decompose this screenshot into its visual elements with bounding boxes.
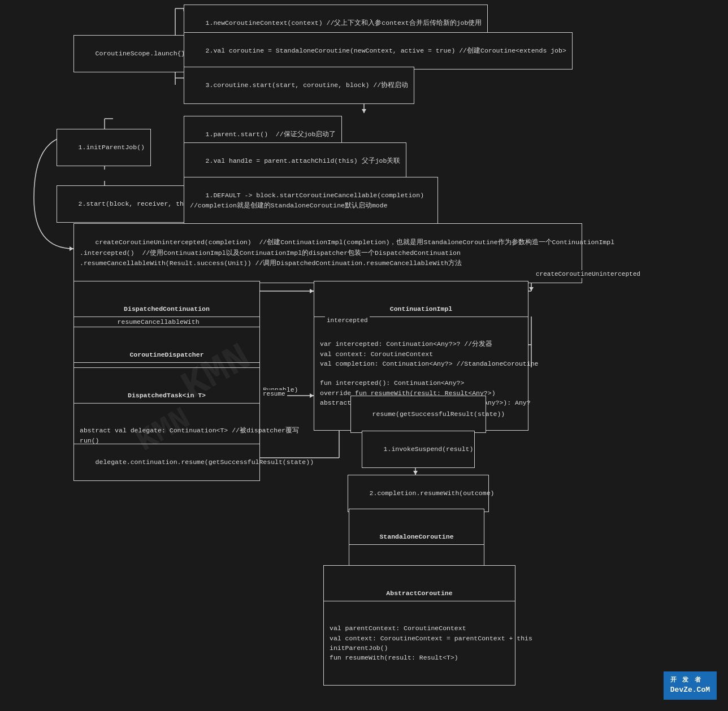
step2-box: 2.val coroutine = StandaloneCoroutine(ne… <box>184 32 573 70</box>
step1-text: 1.newCoroutineContext(context) //父上下文和入参… <box>206 19 482 27</box>
step3-box: 3.coroutine.start(start, coroutine, bloc… <box>184 67 414 104</box>
completion-resume-with-box: 2.completion.resumeWith(outcome) <box>348 475 489 512</box>
parent-start-text: 1.parent.start() //保证父job启动了 <box>206 131 336 138</box>
coroutinescope-label: CoroutineScope.launch{} <box>73 35 191 72</box>
svg-marker-52 <box>70 246 73 251</box>
step3-text: 3.coroutine.start(start, coroutine, bloc… <box>206 81 409 89</box>
svg-marker-33 <box>529 287 534 291</box>
default-block-box: 1.DEFAULT -> block.startCoroutineCancell… <box>184 177 438 224</box>
start-block-label: 2.start(block, receiver, this) <box>57 185 202 223</box>
devze-badge: 开 发 者 DevZe.CoM <box>664 671 717 700</box>
parent-attach-text: 2.val handle = parent.attachChild(this) … <box>206 157 401 164</box>
delegate-continuation-text: delegate.continuation.resume(getSuccessf… <box>96 458 314 466</box>
resume-get-successful-text: resume(getSuccessfulResult(state)) <box>372 410 505 418</box>
svg-marker-5 <box>362 109 366 113</box>
step2-text: 2.val coroutine = StandaloneCoroutine(ne… <box>206 47 566 54</box>
svg-marker-36 <box>310 393 314 398</box>
diagram-container: 1.newCoroutineContext(context) //父上下文和入参… <box>0 0 728 711</box>
devze-bottom: DevZe.CoM <box>670 685 710 695</box>
coroutine-dispatcher-header: CoroutineDispatcher <box>74 347 259 363</box>
abstract-coroutine-header: AbstractCoroutine <box>324 586 515 601</box>
svg-marker-42 <box>413 471 418 475</box>
dispatched-task-header: DispatchedTask<in T> <box>74 388 259 404</box>
default-block-text: 1.DEFAULT -> block.startCoroutineCancell… <box>190 192 424 209</box>
resume-label: resume <box>261 390 287 398</box>
create-coroutine-box: createCoroutineUnintercepted(completion)… <box>73 223 582 283</box>
intercepted-label: intercepted <box>325 317 370 324</box>
svg-marker-31 <box>310 289 314 293</box>
resume-get-successful-box: resume(getSuccessfulResult(state)) <box>350 396 486 433</box>
completion-resume-with-text: 2.completion.resumeWith(outcome) <box>370 489 495 497</box>
delegate-continuation-box: delegate.continuation.resume(getSuccessf… <box>73 444 260 481</box>
continuation-impl-header: ContinuationImpl <box>314 301 528 317</box>
create-coroutine-text: createCoroutineUnintercepted(completion)… <box>80 239 614 267</box>
devze-top: 开 发 者 <box>670 676 710 684</box>
create-coroutine-unintercepted-label: createCoroutineUnintercepted <box>534 270 642 278</box>
parent-attach-box: 2.val handle = parent.attachChild(this) … <box>184 142 406 180</box>
standalone-coroutine-header: StandaloneCoroutine <box>349 529 484 545</box>
abstract-coroutine-body: val parentContext: CoroutineContext val … <box>324 621 515 665</box>
initparentjob-label: 1.initParentJob() <box>57 129 151 166</box>
invoke-suspend-text: 1.invokeSuspend(result) <box>384 445 474 453</box>
invoke-suspend-box: 1.invokeSuspend(result) <box>362 431 475 468</box>
abstract-coroutine-box: AbstractCoroutine val parentContext: Cor… <box>323 565 515 686</box>
